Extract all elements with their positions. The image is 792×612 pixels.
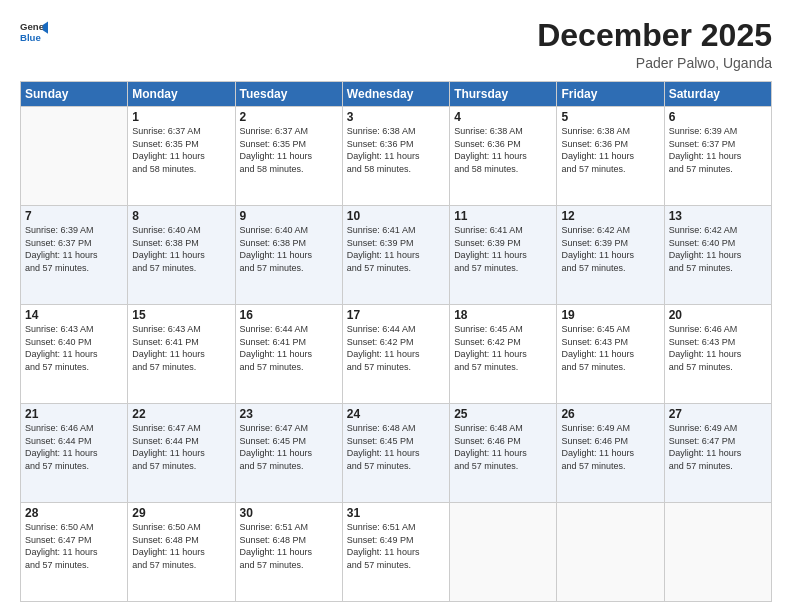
title-block: December 2025 Pader Palwo, Uganda bbox=[537, 18, 772, 71]
calendar-table: Sunday Monday Tuesday Wednesday Thursday… bbox=[20, 81, 772, 602]
table-row: 8Sunrise: 6:40 AMSunset: 6:38 PMDaylight… bbox=[128, 206, 235, 305]
day-number: 3 bbox=[347, 110, 445, 124]
day-number: 11 bbox=[454, 209, 552, 223]
day-info: Sunrise: 6:49 AMSunset: 6:46 PMDaylight:… bbox=[561, 422, 659, 472]
day-info: Sunrise: 6:48 AMSunset: 6:45 PMDaylight:… bbox=[347, 422, 445, 472]
table-row: 29Sunrise: 6:50 AMSunset: 6:48 PMDayligh… bbox=[128, 503, 235, 602]
day-info: Sunrise: 6:43 AMSunset: 6:40 PMDaylight:… bbox=[25, 323, 123, 373]
col-monday: Monday bbox=[128, 82, 235, 107]
day-info: Sunrise: 6:38 AMSunset: 6:36 PMDaylight:… bbox=[454, 125, 552, 175]
calendar-week-row: 14Sunrise: 6:43 AMSunset: 6:40 PMDayligh… bbox=[21, 305, 772, 404]
subtitle: Pader Palwo, Uganda bbox=[537, 55, 772, 71]
day-info: Sunrise: 6:50 AMSunset: 6:47 PMDaylight:… bbox=[25, 521, 123, 571]
header: General Blue December 2025 Pader Palwo, … bbox=[20, 18, 772, 71]
day-number: 24 bbox=[347, 407, 445, 421]
day-info: Sunrise: 6:47 AMSunset: 6:45 PMDaylight:… bbox=[240, 422, 338, 472]
day-number: 1 bbox=[132, 110, 230, 124]
day-number: 17 bbox=[347, 308, 445, 322]
table-row: 25Sunrise: 6:48 AMSunset: 6:46 PMDayligh… bbox=[450, 404, 557, 503]
calendar-week-row: 7Sunrise: 6:39 AMSunset: 6:37 PMDaylight… bbox=[21, 206, 772, 305]
col-saturday: Saturday bbox=[664, 82, 771, 107]
table-row: 17Sunrise: 6:44 AMSunset: 6:42 PMDayligh… bbox=[342, 305, 449, 404]
col-tuesday: Tuesday bbox=[235, 82, 342, 107]
day-info: Sunrise: 6:48 AMSunset: 6:46 PMDaylight:… bbox=[454, 422, 552, 472]
day-number: 28 bbox=[25, 506, 123, 520]
day-info: Sunrise: 6:39 AMSunset: 6:37 PMDaylight:… bbox=[669, 125, 767, 175]
table-row: 10Sunrise: 6:41 AMSunset: 6:39 PMDayligh… bbox=[342, 206, 449, 305]
day-number: 23 bbox=[240, 407, 338, 421]
table-row: 4Sunrise: 6:38 AMSunset: 6:36 PMDaylight… bbox=[450, 107, 557, 206]
day-number: 7 bbox=[25, 209, 123, 223]
table-row: 21Sunrise: 6:46 AMSunset: 6:44 PMDayligh… bbox=[21, 404, 128, 503]
table-row: 28Sunrise: 6:50 AMSunset: 6:47 PMDayligh… bbox=[21, 503, 128, 602]
col-friday: Friday bbox=[557, 82, 664, 107]
day-info: Sunrise: 6:46 AMSunset: 6:44 PMDaylight:… bbox=[25, 422, 123, 472]
day-number: 25 bbox=[454, 407, 552, 421]
day-number: 9 bbox=[240, 209, 338, 223]
day-number: 27 bbox=[669, 407, 767, 421]
table-row: 12Sunrise: 6:42 AMSunset: 6:39 PMDayligh… bbox=[557, 206, 664, 305]
day-number: 6 bbox=[669, 110, 767, 124]
day-number: 10 bbox=[347, 209, 445, 223]
day-number: 12 bbox=[561, 209, 659, 223]
day-number: 15 bbox=[132, 308, 230, 322]
day-info: Sunrise: 6:37 AMSunset: 6:35 PMDaylight:… bbox=[240, 125, 338, 175]
table-row: 18Sunrise: 6:45 AMSunset: 6:42 PMDayligh… bbox=[450, 305, 557, 404]
day-number: 8 bbox=[132, 209, 230, 223]
table-row bbox=[664, 503, 771, 602]
table-row: 1Sunrise: 6:37 AMSunset: 6:35 PMDaylight… bbox=[128, 107, 235, 206]
calendar-header-row: Sunday Monday Tuesday Wednesday Thursday… bbox=[21, 82, 772, 107]
col-wednesday: Wednesday bbox=[342, 82, 449, 107]
day-number: 20 bbox=[669, 308, 767, 322]
day-info: Sunrise: 6:41 AMSunset: 6:39 PMDaylight:… bbox=[347, 224, 445, 274]
logo-icon: General Blue bbox=[20, 18, 48, 46]
table-row: 24Sunrise: 6:48 AMSunset: 6:45 PMDayligh… bbox=[342, 404, 449, 503]
day-info: Sunrise: 6:47 AMSunset: 6:44 PMDaylight:… bbox=[132, 422, 230, 472]
day-info: Sunrise: 6:45 AMSunset: 6:43 PMDaylight:… bbox=[561, 323, 659, 373]
table-row: 16Sunrise: 6:44 AMSunset: 6:41 PMDayligh… bbox=[235, 305, 342, 404]
day-number: 30 bbox=[240, 506, 338, 520]
calendar-week-row: 1Sunrise: 6:37 AMSunset: 6:35 PMDaylight… bbox=[21, 107, 772, 206]
day-info: Sunrise: 6:44 AMSunset: 6:41 PMDaylight:… bbox=[240, 323, 338, 373]
col-sunday: Sunday bbox=[21, 82, 128, 107]
col-thursday: Thursday bbox=[450, 82, 557, 107]
day-info: Sunrise: 6:40 AMSunset: 6:38 PMDaylight:… bbox=[240, 224, 338, 274]
day-number: 14 bbox=[25, 308, 123, 322]
day-info: Sunrise: 6:38 AMSunset: 6:36 PMDaylight:… bbox=[561, 125, 659, 175]
day-info: Sunrise: 6:51 AMSunset: 6:48 PMDaylight:… bbox=[240, 521, 338, 571]
day-number: 5 bbox=[561, 110, 659, 124]
table-row bbox=[450, 503, 557, 602]
table-row: 20Sunrise: 6:46 AMSunset: 6:43 PMDayligh… bbox=[664, 305, 771, 404]
table-row: 5Sunrise: 6:38 AMSunset: 6:36 PMDaylight… bbox=[557, 107, 664, 206]
day-number: 29 bbox=[132, 506, 230, 520]
day-info: Sunrise: 6:43 AMSunset: 6:41 PMDaylight:… bbox=[132, 323, 230, 373]
svg-text:Blue: Blue bbox=[20, 32, 41, 43]
table-row: 31Sunrise: 6:51 AMSunset: 6:49 PMDayligh… bbox=[342, 503, 449, 602]
day-info: Sunrise: 6:44 AMSunset: 6:42 PMDaylight:… bbox=[347, 323, 445, 373]
table-row: 19Sunrise: 6:45 AMSunset: 6:43 PMDayligh… bbox=[557, 305, 664, 404]
day-info: Sunrise: 6:46 AMSunset: 6:43 PMDaylight:… bbox=[669, 323, 767, 373]
table-row: 15Sunrise: 6:43 AMSunset: 6:41 PMDayligh… bbox=[128, 305, 235, 404]
day-info: Sunrise: 6:50 AMSunset: 6:48 PMDaylight:… bbox=[132, 521, 230, 571]
table-row: 14Sunrise: 6:43 AMSunset: 6:40 PMDayligh… bbox=[21, 305, 128, 404]
day-info: Sunrise: 6:38 AMSunset: 6:36 PMDaylight:… bbox=[347, 125, 445, 175]
calendar-week-row: 28Sunrise: 6:50 AMSunset: 6:47 PMDayligh… bbox=[21, 503, 772, 602]
table-row: 6Sunrise: 6:39 AMSunset: 6:37 PMDaylight… bbox=[664, 107, 771, 206]
table-row: 23Sunrise: 6:47 AMSunset: 6:45 PMDayligh… bbox=[235, 404, 342, 503]
table-row: 30Sunrise: 6:51 AMSunset: 6:48 PMDayligh… bbox=[235, 503, 342, 602]
table-row bbox=[21, 107, 128, 206]
table-row: 2Sunrise: 6:37 AMSunset: 6:35 PMDaylight… bbox=[235, 107, 342, 206]
day-number: 2 bbox=[240, 110, 338, 124]
day-info: Sunrise: 6:51 AMSunset: 6:49 PMDaylight:… bbox=[347, 521, 445, 571]
day-info: Sunrise: 6:42 AMSunset: 6:40 PMDaylight:… bbox=[669, 224, 767, 274]
table-row: 26Sunrise: 6:49 AMSunset: 6:46 PMDayligh… bbox=[557, 404, 664, 503]
table-row: 9Sunrise: 6:40 AMSunset: 6:38 PMDaylight… bbox=[235, 206, 342, 305]
day-info: Sunrise: 6:41 AMSunset: 6:39 PMDaylight:… bbox=[454, 224, 552, 274]
calendar-week-row: 21Sunrise: 6:46 AMSunset: 6:44 PMDayligh… bbox=[21, 404, 772, 503]
table-row: 27Sunrise: 6:49 AMSunset: 6:47 PMDayligh… bbox=[664, 404, 771, 503]
page: General Blue December 2025 Pader Palwo, … bbox=[0, 0, 792, 612]
day-info: Sunrise: 6:39 AMSunset: 6:37 PMDaylight:… bbox=[25, 224, 123, 274]
day-number: 26 bbox=[561, 407, 659, 421]
table-row: 11Sunrise: 6:41 AMSunset: 6:39 PMDayligh… bbox=[450, 206, 557, 305]
day-info: Sunrise: 6:40 AMSunset: 6:38 PMDaylight:… bbox=[132, 224, 230, 274]
